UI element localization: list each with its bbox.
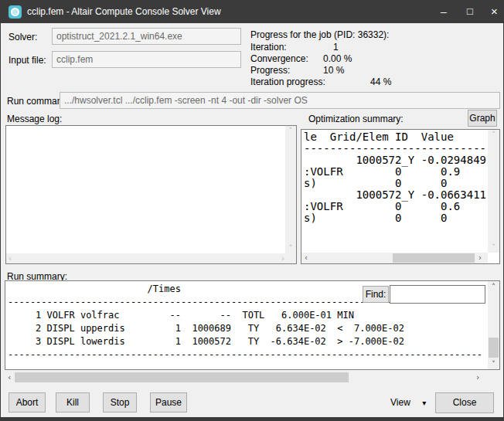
- view-dropdown-label: View: [390, 397, 410, 408]
- optimization-vscrollbar[interactable]: ˄ ˅: [488, 130, 499, 253]
- abort-button[interactable]: Abort: [9, 392, 46, 413]
- app-icon: [9, 5, 22, 19]
- progress-label: Progress:: [250, 65, 290, 76]
- progress-value: 10 %: [323, 65, 344, 76]
- graph-button[interactable]: Graph: [468, 110, 497, 127]
- scroll-left-icon: ‹: [9, 253, 12, 263]
- scroll-down-icon[interactable]: ˅: [488, 243, 499, 252]
- chevron-down-icon: ▾: [422, 399, 426, 407]
- scroll-left-icon[interactable]: ‹: [305, 253, 308, 263]
- hscrollbar-thumb[interactable]: [393, 253, 475, 263]
- solver-field[interactable]: optistruct_2021.2.1_win64.exe: [52, 28, 241, 45]
- pause-button[interactable]: Pause: [150, 392, 187, 413]
- minimize-icon[interactable]: –: [430, 0, 458, 23]
- hscrollbar-thumb[interactable]: [15, 372, 349, 382]
- scroll-up-icon: ˄: [285, 127, 296, 135]
- scroll-right-icon[interactable]: ›: [476, 372, 479, 383]
- scroll-down-icon: ˅: [285, 244, 296, 253]
- input-file-label: Input file:: [9, 55, 46, 66]
- run-summary-area[interactable]: /Times ---------------------------------…: [5, 280, 500, 370]
- scroll-left-icon[interactable]: ‹: [8, 372, 11, 383]
- find-button[interactable]: Find:: [363, 286, 389, 303]
- iteration-label: Iteration:: [250, 42, 287, 53]
- convergence-value: 0.00 %: [323, 53, 352, 64]
- message-log-vscrollbar: ˄ ˅: [285, 126, 296, 253]
- run-summary-vscrollbar[interactable]: ˄ ˅: [488, 281, 499, 369]
- scroll-up-icon[interactable]: ˄: [488, 131, 499, 139]
- optimization-hscrollbar[interactable]: ‹ ›: [301, 253, 488, 263]
- find-input[interactable]: [390, 285, 485, 304]
- title-bar: cclip.fem - Altair Compute Console Solve…: [1, 0, 504, 23]
- stop-button[interactable]: Stop: [103, 392, 137, 413]
- message-log-hscrollbar: ‹ ›: [6, 253, 297, 263]
- optimization-summary-area[interactable]: le Grid/Elem ID Value ------------------…: [301, 129, 500, 264]
- iteration-progress-value: 44 %: [370, 76, 391, 87]
- iteration-value: 1: [333, 42, 339, 53]
- kill-button[interactable]: Kill: [56, 392, 90, 413]
- convergence-label: Convergence:: [250, 53, 308, 64]
- solver-label: Solver:: [9, 32, 37, 42]
- message-log-area[interactable]: ˄ ˅ ‹ ›: [5, 125, 297, 264]
- optimization-summary-label: Optimization summary:: [308, 114, 404, 124]
- scroll-up-icon[interactable]: ˄: [488, 283, 499, 291]
- vscrollbar-thumb[interactable]: [489, 338, 499, 358]
- close-button[interactable]: Close: [435, 392, 494, 413]
- close-icon[interactable]: ×: [484, 0, 504, 23]
- window-title: cclip.fem - Altair Compute Console Solve…: [27, 0, 221, 23]
- scroll-down-icon[interactable]: ˅: [488, 360, 499, 368]
- view-dropdown[interactable]: View ▾: [390, 392, 426, 413]
- input-file-field[interactable]: cclip.fem: [52, 51, 241, 68]
- scroll-right-icon: ›: [281, 253, 284, 263]
- progress-title: Progress for the job (PID: 36332):: [250, 29, 389, 40]
- optimization-summary-content: le Grid/Elem ID Value ------------------…: [304, 131, 499, 224]
- message-log-label: Message log:: [7, 114, 62, 124]
- run-summary-hscrollbar[interactable]: ‹ ›: [5, 372, 500, 383]
- iteration-progress-label: Iteration progress:: [250, 76, 325, 87]
- scroll-right-icon[interactable]: ›: [478, 253, 482, 263]
- run-command-field[interactable]: .../hwsolver.tcl .../cclip.fem -screen -…: [60, 92, 500, 109]
- maximize-icon[interactable]: □: [456, 0, 484, 23]
- solver-view-window: cclip.fem - Altair Compute Console Solve…: [0, 0, 504, 418]
